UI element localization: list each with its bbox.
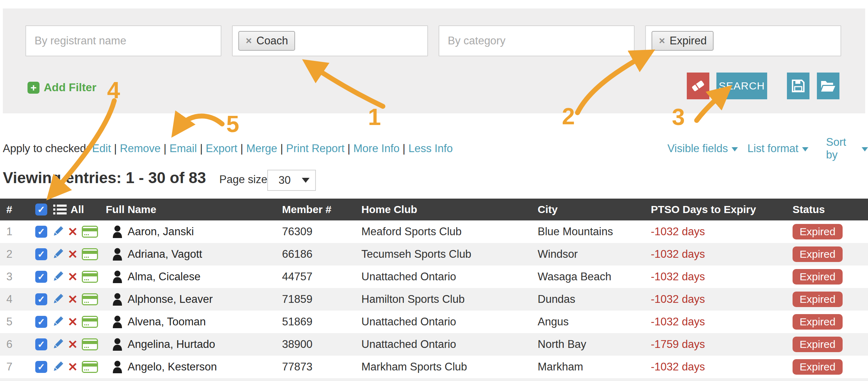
- row-checkbox-checked[interactable]: ✓: [35, 338, 47, 350]
- table-row: 4 ✓ ✕ Alpho: [0, 288, 868, 311]
- select-all-checkbox[interactable]: ✓: [35, 199, 47, 220]
- membership-card-icon[interactable]: [82, 248, 98, 260]
- action-link-more-info[interactable]: More Info: [353, 142, 399, 155]
- chevron-down-icon: [732, 147, 738, 151]
- edit-pencil-icon[interactable]: [51, 270, 64, 283]
- person-icon: [112, 270, 123, 283]
- status-filter-input[interactable]: ✕ Expired: [645, 25, 841, 56]
- row-checkbox-checked[interactable]: ✓: [35, 226, 47, 238]
- days-to-expiry-cell: -1032 days: [651, 311, 705, 333]
- chip-label: Expired: [670, 35, 707, 47]
- status-cell: Expired: [793, 266, 843, 288]
- city-cell: North Bay: [538, 333, 586, 356]
- home-club-cell: Unattached Ontario: [361, 311, 456, 333]
- role-filter-input[interactable]: ✕ Coach: [232, 25, 428, 56]
- home-club-cell: Meaford Sports Club: [361, 220, 461, 243]
- row-controls: ✓ ✕: [35, 333, 98, 356]
- header-status: Status: [793, 199, 825, 220]
- membership-card-icon[interactable]: [82, 226, 98, 238]
- add-filter-label: Add Filter: [44, 81, 96, 94]
- edit-pencil-icon[interactable]: [51, 225, 64, 238]
- add-filter-link[interactable]: + Add Filter: [27, 81, 96, 94]
- delete-x-icon[interactable]: ✕: [68, 316, 78, 328]
- delete-x-icon[interactable]: ✕: [68, 248, 78, 260]
- page-size-select[interactable]: 30: [267, 170, 316, 191]
- visible-fields-dropdown[interactable]: Visible fields: [667, 140, 738, 157]
- load-search-button[interactable]: [817, 73, 839, 99]
- full-name-cell[interactable]: Aaron, Janski: [112, 220, 194, 243]
- row-number: 6: [6, 333, 12, 356]
- home-club-cell: Hamilton Sports Club: [361, 288, 465, 311]
- separator: |: [399, 142, 408, 155]
- city-cell: Angus: [538, 311, 569, 333]
- clear-filters-button[interactable]: [687, 73, 709, 99]
- row-checkbox-checked[interactable]: ✓: [35, 361, 47, 373]
- checkbox-checked-icon[interactable]: ✓: [35, 204, 47, 216]
- row-checkbox-checked[interactable]: ✓: [35, 316, 47, 328]
- table-header: # ✓ All Full Name Member # Home Club Cit…: [0, 199, 868, 220]
- delete-x-icon[interactable]: ✕: [68, 293, 78, 305]
- membership-card-icon[interactable]: [82, 361, 98, 373]
- search-button-label: SEARCH: [719, 80, 765, 92]
- row-number: 1: [6, 220, 12, 243]
- coach-filter-chip[interactable]: ✕ Coach: [238, 31, 295, 51]
- edit-pencil-icon[interactable]: [51, 248, 64, 261]
- expired-filter-chip[interactable]: ✕ Expired: [652, 31, 714, 51]
- status-badge: Expired: [793, 314, 843, 330]
- edit-pencil-icon[interactable]: [51, 293, 64, 306]
- search-button[interactable]: SEARCH: [716, 73, 767, 99]
- row-checkbox-checked[interactable]: ✓: [35, 293, 47, 305]
- person-icon: [112, 361, 123, 373]
- status-cell: Expired: [793, 333, 843, 356]
- remove-chip-icon[interactable]: ✕: [659, 36, 665, 46]
- delete-x-icon[interactable]: ✕: [68, 361, 78, 373]
- action-link-edit[interactable]: Edit: [92, 142, 111, 155]
- header-city: City: [538, 199, 558, 220]
- membership-card-icon[interactable]: [82, 271, 98, 283]
- full-name-cell[interactable]: Angelo, Kesterson: [112, 356, 217, 378]
- membership-card-icon[interactable]: [82, 338, 98, 350]
- edit-pencil-icon[interactable]: [51, 316, 64, 328]
- page-size-label: Page size:: [219, 173, 270, 186]
- full-name-cell[interactable]: Adriana, Vagott: [112, 243, 202, 266]
- full-name-cell[interactable]: Alvena, Tooman: [112, 311, 206, 333]
- delete-x-icon[interactable]: ✕: [68, 226, 78, 238]
- status-badge: Expired: [793, 269, 843, 285]
- delete-x-icon[interactable]: ✕: [68, 271, 78, 283]
- category-input[interactable]: [439, 25, 635, 56]
- sort-by-dropdown[interactable]: Sort by: [826, 140, 868, 157]
- edit-pencil-icon[interactable]: [51, 361, 64, 373]
- action-link-print-report[interactable]: Print Report: [286, 142, 344, 155]
- row-checkbox-checked[interactable]: ✓: [35, 271, 47, 283]
- status-badge: Expired: [793, 224, 843, 239]
- list-view-icon[interactable]: [53, 199, 67, 220]
- table-row: 2 ✓ ✕ Adria: [0, 243, 868, 266]
- person-icon: [112, 338, 123, 351]
- action-link-less-info[interactable]: Less Info: [409, 142, 453, 155]
- delete-x-icon[interactable]: ✕: [68, 338, 78, 350]
- full-name-cell[interactable]: Angelina, Hurtado: [112, 333, 215, 356]
- home-club-cell: Unattached Ontario: [361, 333, 456, 356]
- membership-card-icon[interactable]: [82, 293, 98, 305]
- action-link-remove[interactable]: Remove: [120, 142, 160, 155]
- member-num-cell: 71859: [282, 288, 312, 311]
- action-link-merge[interactable]: Merge: [246, 142, 277, 155]
- full-name-cell[interactable]: Alphonse, Leaver: [112, 288, 213, 311]
- full-name-text: Alvena, Tooman: [128, 316, 206, 328]
- registrant-name-input[interactable]: [25, 25, 221, 56]
- header-full-name: Full Name: [106, 199, 156, 220]
- row-number: 4: [6, 288, 12, 311]
- action-link-export[interactable]: Export: [206, 142, 238, 155]
- save-search-button[interactable]: [787, 73, 809, 99]
- remove-chip-icon[interactable]: ✕: [245, 36, 252, 46]
- list-format-dropdown[interactable]: List format: [747, 140, 808, 157]
- full-name-cell[interactable]: Alma, Cicalese: [112, 266, 201, 288]
- full-name-text: Angelo, Kesterson: [128, 361, 217, 373]
- edit-pencil-icon[interactable]: [51, 338, 64, 351]
- plus-icon: +: [27, 82, 39, 94]
- status-badge: Expired: [793, 337, 843, 352]
- city-cell: Markham: [538, 356, 583, 378]
- action-link-email[interactable]: Email: [170, 142, 197, 155]
- membership-card-icon[interactable]: [82, 316, 98, 328]
- row-checkbox-checked[interactable]: ✓: [35, 248, 47, 260]
